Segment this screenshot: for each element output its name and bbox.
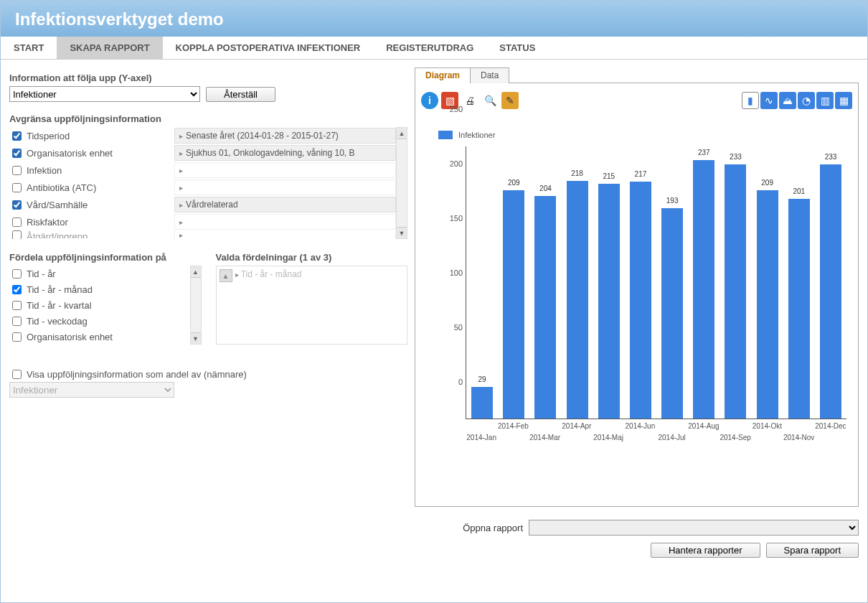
filter-row: Organisatorisk enhet▸Sjukhus 01, Onkolog… [9, 144, 396, 162]
bar-wrap: 209 [752, 190, 783, 419]
chevron-right-icon: ▸ [179, 167, 183, 174]
denominator-checkbox[interactable] [12, 370, 22, 379]
move-up-button[interactable]: ▲ [220, 269, 232, 282]
bar[interactable]: 217 [630, 182, 651, 419]
print-icon[interactable]: 🖨 [461, 92, 478, 109]
bar[interactable]: 204 [534, 196, 556, 419]
chart-tab[interactable]: Data [470, 67, 509, 83]
filter-label: Vård/Samhälle [27, 200, 88, 210]
distribution-checkbox[interactable] [12, 269, 22, 279]
scroll-up-icon[interactable]: ▲ [397, 128, 407, 139]
main-tab[interactable]: SKAPA RAPPORT [57, 37, 162, 59]
reset-button[interactable]: Återställ [206, 87, 275, 102]
filter-checkbox[interactable] [12, 230, 22, 239]
x-tick-label: 2014-Nov [783, 434, 814, 441]
bar-value-label: 201 [793, 187, 805, 195]
filter-value[interactable]: ▸ [174, 214, 396, 230]
filter-checkbox[interactable] [12, 200, 22, 210]
bar[interactable]: 209 [757, 190, 778, 419]
save-report-button[interactable]: Spara rapport [766, 543, 859, 558]
zoom-icon[interactable]: 🔍 [481, 92, 499, 109]
x-tick-label: 2014-Jan [466, 434, 496, 441]
x-tick-label: 2014-Jul [658, 434, 685, 441]
filter-value[interactable]: ▸Vårdrelaterad [174, 197, 396, 212]
bar-wrap: 201 [783, 199, 815, 419]
distribution-label: Tid - år [27, 268, 56, 279]
bar[interactable]: 215 [598, 184, 620, 419]
bar-wrap: 29 [466, 387, 498, 419]
bar-value-label: 233 [825, 153, 837, 161]
info-icon[interactable]: i [421, 92, 438, 109]
distribution-list: Tid - årTid - år - månadTid - år - kvart… [9, 266, 190, 345]
distribution-checkbox[interactable] [12, 332, 22, 342]
bar[interactable]: 193 [661, 208, 683, 419]
filter-value-text: Vårdrelaterad [186, 200, 238, 210]
filter-checkbox[interactable] [12, 218, 22, 227]
bar[interactable]: 218 [567, 181, 588, 419]
distribution-scrollbar[interactable]: ▲ ▼ [190, 266, 202, 345]
y-tick: 50 [454, 323, 463, 332]
x-tick-label: 2014-Okt [753, 422, 782, 430]
chart-legend: Infektioner [438, 131, 852, 139]
x-tick-label: 2014-Aug [688, 422, 719, 430]
chevron-right-icon: ▸ [179, 184, 183, 192]
scroll-down-icon[interactable]: ▼ [191, 332, 201, 344]
chevron-right-icon: ▸ [179, 231, 183, 239]
manage-reports-button[interactable]: Hantera rapporter [651, 543, 760, 558]
bar[interactable]: 237 [693, 160, 714, 419]
bar-wrap: 209 [498, 190, 529, 419]
chart-tab[interactable]: Diagram [415, 67, 471, 83]
denominator-select: Infektioner [9, 382, 174, 398]
chevron-right-icon: ▸ [235, 271, 239, 279]
scroll-down-icon[interactable]: ▼ [397, 227, 407, 238]
bar[interactable]: 29 [471, 387, 493, 419]
x-tick-label: 2014-Jun [626, 422, 656, 430]
bar[interactable]: 233 [820, 164, 841, 419]
distribution-checkbox[interactable] [12, 285, 22, 294]
filter-value[interactable]: ▸ [174, 162, 396, 178]
edit-icon[interactable]: ✎ [501, 92, 519, 109]
pie-chart-icon[interactable]: ◔ [798, 92, 815, 109]
filter-checkbox[interactable] [12, 131, 22, 141]
filter-value[interactable]: ▸Sjukhus 01, Onkologavdelning, våning 10… [174, 145, 396, 161]
filter-checkbox[interactable] [12, 183, 22, 192]
main-tab[interactable]: KOPPLA POSTOPERATIVA INFEKTIONER [163, 37, 374, 59]
stacked-bar-icon[interactable]: ▥ [816, 92, 834, 109]
chevron-right-icon: ▸ [179, 132, 183, 140]
filter-value[interactable]: ▸ [174, 179, 396, 195]
status-tab[interactable]: STATUS [486, 37, 867, 59]
right-panel: DiagramData i ▧ 🖨 🔍 ✎ ▮ ∿ ⛰ ◔ [415, 67, 859, 558]
bar[interactable]: 233 [725, 164, 746, 419]
filter-scrollbar[interactable]: ▲ ▼ [396, 127, 407, 239]
filter-value[interactable]: ▸ [174, 230, 396, 239]
bar-value-label: 217 [635, 170, 647, 178]
bar[interactable]: 201 [788, 199, 810, 419]
open-report-select[interactable] [529, 520, 859, 536]
scroll-up-icon[interactable]: ▲ [191, 266, 201, 278]
distribution-checkbox[interactable] [12, 317, 22, 326]
area-chart-icon[interactable]: ⛰ [779, 92, 796, 109]
distribution-label: Organisatorisk enhet [27, 332, 113, 342]
main-tab[interactable]: REGISTERUTDRAG [373, 37, 486, 59]
bar-value-label: 193 [666, 197, 679, 205]
distribution-item: Organisatorisk enhet [9, 329, 190, 345]
bar-wrap: 215 [593, 184, 625, 419]
filter-checkbox[interactable] [12, 166, 22, 175]
distribution-label: Tid - år - månad [27, 284, 93, 295]
filter-row: Tidsperiod▸Senaste året (2014-01-28 - 20… [9, 127, 396, 144]
bar-chart-icon[interactable]: ▮ [742, 92, 759, 109]
line-chart-icon[interactable]: ∿ [760, 92, 778, 109]
bar[interactable]: 209 [503, 190, 524, 419]
grouped-bar-icon[interactable]: ▦ [835, 92, 852, 109]
filter-value[interactable]: ▸Senaste året (2014-01-28 - 2015-01-27) [174, 128, 396, 144]
distribution-item: Tid - veckodag [9, 313, 190, 329]
distribution-heading: Fördela uppföljningsinformation på [9, 252, 202, 263]
legend-label: Infektioner [458, 131, 495, 139]
app-title: Infektionsverktyget demo [15, 9, 853, 29]
bar-value-label: 218 [571, 169, 583, 177]
yaxis-select[interactable]: Infektioner [9, 86, 200, 102]
filter-checkbox[interactable] [12, 149, 22, 158]
left-panel: Information att följa upp (Y-axel) Infek… [9, 67, 407, 558]
distribution-checkbox[interactable] [12, 301, 22, 310]
main-tab[interactable]: START [1, 37, 57, 59]
